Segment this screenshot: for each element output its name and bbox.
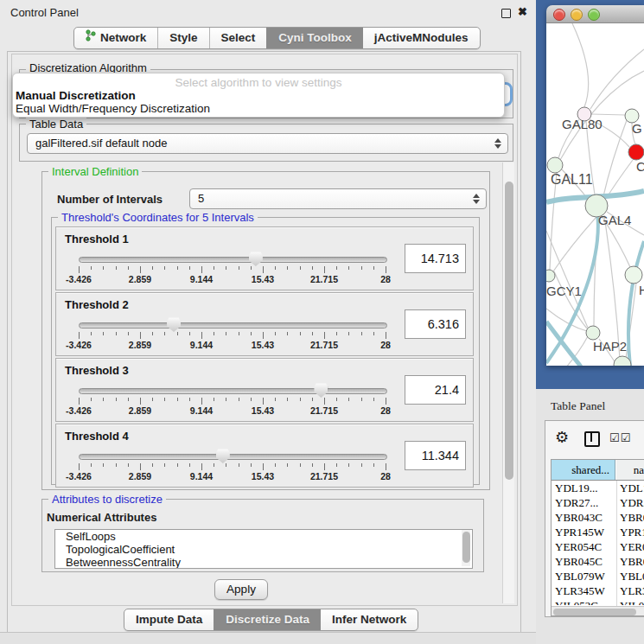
slider-handle[interactable] bbox=[249, 252, 263, 266]
slider-track[interactable] bbox=[79, 388, 387, 394]
tab-style[interactable]: Style bbox=[157, 28, 208, 48]
table-row[interactable]: YDL19...YDL1 bbox=[552, 481, 644, 495]
network-node[interactable] bbox=[625, 266, 642, 284]
close-traffic-light[interactable] bbox=[553, 9, 565, 21]
float-window-icon[interactable] bbox=[501, 9, 511, 18]
table-row[interactable]: YDR27...YDR2 bbox=[552, 495, 644, 510]
apply-button[interactable]: Apply bbox=[214, 579, 268, 600]
threshold-4-panel: Threshold 4 -3.4262.8599.14415.4321.7152… bbox=[55, 424, 474, 488]
slider-track[interactable] bbox=[79, 454, 387, 460]
select-columns-icon[interactable]: ☑☑ bbox=[609, 431, 631, 445]
desktop-background: GAL80GCGAL11GAL4GCY1HHAP2 Table Panel ⚙ … bbox=[536, 0, 644, 644]
table-header: shared... na bbox=[552, 460, 644, 481]
tab-jactivemnodules[interactable]: jActiveMNodules bbox=[363, 28, 480, 48]
panel-scrollbar-thumb[interactable] bbox=[505, 182, 513, 480]
network-edge[interactable] bbox=[546, 322, 581, 366]
tab-cyni-toolbox[interactable]: Cyni Toolbox bbox=[266, 28, 363, 48]
gear-icon[interactable]: ⚙ bbox=[555, 429, 569, 446]
threshold-slider[interactable]: -3.4262.8599.14415.4321.71528 bbox=[79, 359, 386, 421]
threshold-slider[interactable]: -3.4262.8599.14415.4321.71528 bbox=[79, 227, 386, 290]
network-edge[interactable] bbox=[572, 23, 589, 107]
node-label: H bbox=[639, 283, 644, 297]
slider-handle[interactable] bbox=[167, 317, 181, 332]
window-title: Control Panel bbox=[10, 6, 79, 19]
table-data-combobox[interactable]: galFiltered.sif default node bbox=[27, 133, 508, 154]
split-view-icon[interactable] bbox=[584, 431, 600, 447]
network-node[interactable] bbox=[628, 144, 644, 160]
status-strip bbox=[0, 632, 536, 644]
table-row[interactable]: YPR145WYPR1 bbox=[552, 525, 644, 539]
node-label: GAL4 bbox=[598, 213, 631, 227]
list-scrollbar[interactable] bbox=[462, 530, 470, 566]
threshold-value-field[interactable]: 11.344 bbox=[405, 441, 466, 470]
control-panel-tabbar: Network Style Select Cyni Toolbox jActiv… bbox=[73, 27, 481, 49]
slider-track[interactable] bbox=[79, 257, 387, 263]
list-item[interactable]: SelfLoops bbox=[55, 530, 472, 543]
combo-arrows-icon bbox=[472, 193, 480, 205]
numerical-attributes-list[interactable]: SelfLoopsTopologicalCoefficientBetweenne… bbox=[54, 529, 473, 569]
number-of-intervals-label: Number of Intervals bbox=[57, 193, 163, 206]
network-edge[interactable] bbox=[628, 241, 644, 366]
node-label: G bbox=[632, 121, 642, 136]
popup-option-equal-width-frequency[interactable]: Equal Width/Frequency Discretization bbox=[16, 102, 210, 115]
numerical-attributes-label: Numerical Attributes bbox=[47, 511, 156, 524]
number-of-intervals-combobox[interactable]: 5 bbox=[189, 188, 487, 209]
table-row[interactable]: YER054CYER0 bbox=[552, 539, 644, 554]
group-title: Attributes to discretize bbox=[48, 493, 166, 506]
network-window-titlebar[interactable] bbox=[546, 5, 644, 23]
group-title: Interval Definition bbox=[48, 165, 142, 178]
table-row[interactable]: YBL079WYBL0 bbox=[552, 569, 644, 583]
zoom-traffic-light[interactable] bbox=[588, 9, 600, 21]
table-row[interactable]: YBR043CYBR0 bbox=[552, 510, 644, 525]
slider-track[interactable] bbox=[79, 322, 387, 328]
threshold-value-field[interactable]: 14.713 bbox=[405, 244, 466, 273]
network-node[interactable] bbox=[586, 326, 600, 340]
list-item[interactable]: TopologicalCoefficient bbox=[55, 543, 472, 556]
network-edge[interactable] bbox=[591, 114, 625, 115]
node-label: GAL11 bbox=[551, 172, 593, 187]
tab-discretize-data[interactable]: Discretize Data bbox=[214, 609, 321, 630]
tab-network[interactable]: Network bbox=[74, 28, 157, 48]
column-header-shared-name[interactable]: shared... bbox=[552, 460, 615, 480]
list-item[interactable]: BetweennessCentrality bbox=[55, 556, 472, 569]
close-icon[interactable]: ✖ bbox=[517, 6, 528, 17]
column-separator bbox=[616, 481, 617, 610]
threshold-3-panel: Threshold 3 -3.4262.8599.14415.4321.7152… bbox=[55, 358, 474, 422]
table-row[interactable]: YLR345WYLR3 bbox=[552, 583, 644, 598]
slider-tick-labels: -3.4262.8599.14415.4321.71528 bbox=[79, 471, 386, 481]
slider-handle[interactable] bbox=[314, 383, 328, 398]
node-label: GCY1 bbox=[546, 284, 582, 298]
tab-select[interactable]: Select bbox=[209, 28, 267, 48]
table-row[interactable]: YBR045CYBR0 bbox=[552, 554, 644, 569]
column-header-name[interactable]: na bbox=[616, 460, 644, 480]
network-node[interactable] bbox=[546, 270, 555, 282]
threshold-2-panel: Threshold 2 -3.4262.8599.14415.4321.7152… bbox=[55, 292, 474, 356]
slider-ticks bbox=[79, 266, 386, 274]
slider-tick-labels: -3.4262.8599.14415.4321.71528 bbox=[79, 274, 386, 284]
table-panel: Table Panel ⚙ ☑☑ shared... na YDL19...YD… bbox=[536, 389, 644, 644]
node-label: C bbox=[636, 159, 644, 174]
network-edge[interactable] bbox=[604, 215, 620, 359]
threshold-slider[interactable]: -3.4262.8599.14415.4321.71528 bbox=[79, 293, 386, 355]
network-icon bbox=[86, 28, 96, 48]
table-hscrollbar[interactable] bbox=[552, 606, 644, 616]
tab-infer-network[interactable]: Infer Network bbox=[321, 609, 418, 630]
slider-tick-labels: -3.4262.8599.14415.4321.71528 bbox=[79, 340, 386, 350]
tab-impute-data[interactable]: Impute Data bbox=[124, 609, 214, 630]
network-node[interactable] bbox=[547, 157, 563, 173]
tab-label: Network bbox=[100, 28, 146, 48]
threshold-slider[interactable]: -3.4262.8599.14415.4321.71528 bbox=[79, 424, 386, 487]
network-canvas[interactable]: GAL80GCGAL11GAL4GCY1HHAP2 bbox=[546, 23, 644, 366]
threshold-value-field[interactable]: 6.316 bbox=[405, 309, 466, 339]
algorithm-dropdown-popup: Select algorithm to view settings Manual… bbox=[12, 73, 505, 118]
minimize-traffic-light[interactable] bbox=[571, 9, 583, 21]
panel-scrollbar[interactable] bbox=[502, 163, 514, 603]
slider-tick-labels: -3.4262.8599.14415.4321.71528 bbox=[79, 405, 386, 416]
network-edge[interactable] bbox=[590, 49, 644, 109]
popup-hint: Select algorithm to view settings bbox=[13, 76, 504, 89]
threshold-value-field[interactable]: 21.4 bbox=[405, 375, 466, 405]
slider-handle[interactable] bbox=[216, 449, 230, 463]
network-edge[interactable] bbox=[550, 173, 557, 270]
popup-option-manual-discretization[interactable]: Manual Discretization bbox=[16, 89, 136, 102]
table-row[interactable]: YIL052CYIL0 bbox=[552, 598, 644, 605]
